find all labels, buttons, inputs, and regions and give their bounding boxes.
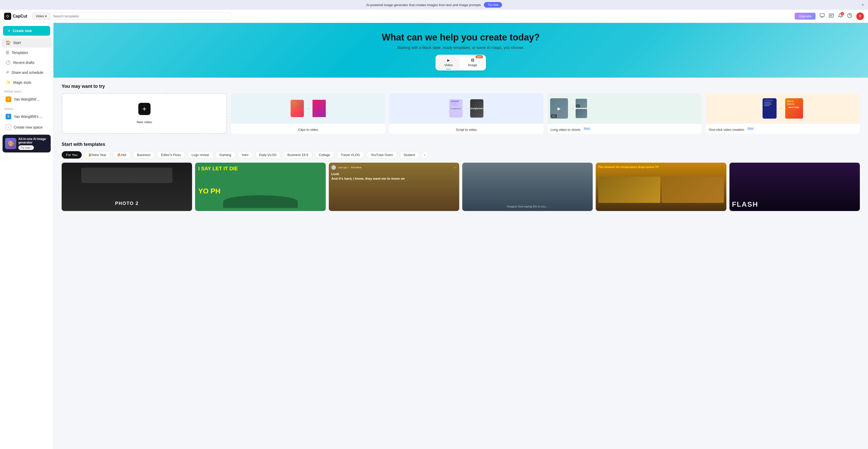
sidebar-create-space-label: Create new space	[14, 125, 42, 129]
create-new-button[interactable]: ＋ Create new	[3, 26, 50, 36]
sidebar-item-start[interactable]: 🏠 Start	[2, 38, 52, 47]
default-space-label: Default space	[0, 87, 53, 94]
oneclick-result-thumb: Back to Success Black Friday	[785, 98, 803, 119]
create-new-label: Create new	[13, 29, 32, 33]
tag-youtube-outro[interactable]: YouTube Outro	[366, 151, 397, 159]
tag-gaming[interactable]: Gaming	[215, 151, 236, 159]
image-tab-icon: 🖼	[471, 58, 474, 62]
main-content: What can we help you create today? Start…	[54, 23, 868, 449]
upgrade-button[interactable]: Upgrade	[795, 13, 815, 20]
template-thumb-1-accent	[81, 168, 173, 183]
templates-section-title: Start with templates	[62, 142, 860, 147]
notification-icon[interactable]: 1	[838, 13, 843, 19]
banner-try-button[interactable]: Try now	[484, 2, 502, 8]
hero-tabs: ▶ Video New 🖼 Image	[436, 55, 486, 70]
plus-icon: ＋	[7, 29, 11, 33]
subtitles-icon[interactable]	[829, 13, 834, 19]
tag-business-169[interactable]: Business 16:9	[283, 151, 312, 159]
tag-new-year[interactable]: 🎉New Year	[84, 151, 111, 159]
header-actions: Upgrade 1 Y	[795, 12, 864, 20]
clips-arrow-icon: →	[306, 106, 310, 111]
tag-intro[interactable]: Intro	[238, 151, 253, 159]
help-icon[interactable]	[847, 13, 852, 19]
template-card-3[interactable]: Last Lap ✓ Rod Wave ··· LookAnd it's har…	[329, 163, 459, 211]
script-preview: Sunglasses → Sunglasses	[389, 93, 543, 124]
template-card-6[interactable]: FLASH	[730, 163, 860, 211]
search-bar: Video ▾	[32, 12, 231, 20]
sidebar-create-space[interactable]: + Create new space	[2, 122, 52, 133]
lv-small-cards: 8s	[576, 99, 587, 118]
clips-thumb-1: New Fashion Style	[290, 100, 304, 117]
template-card-5[interactable]: The moment the temperature drops below 7…	[596, 163, 726, 211]
sidebar-item-recent-label: Recent drafts	[13, 61, 34, 65]
tag-logo-reveal[interactable]: Logo reveal	[187, 151, 213, 159]
try-card-new-video[interactable]: + New video	[62, 93, 227, 134]
try-card-script[interactable]: Sunglasses → Sunglasses Script to video	[389, 93, 543, 134]
tag-editors-picks[interactable]: Editor's Picks	[157, 151, 185, 159]
sidebar-default-space[interactable]: Y Yao Wang858'...	[2, 94, 52, 105]
oneclick-label: One-click video creation	[709, 128, 744, 132]
script-arrow-icon: →	[464, 106, 469, 111]
clock-icon: 🕐	[6, 60, 11, 65]
template-thumb-3: Last Lap ✓ Rod Wave ··· LookAnd it's har…	[329, 163, 459, 211]
try-card-long-video[interactable]: ▶ 92s → 8s Long video to	[548, 93, 702, 134]
script-label-inner: Sunglasses	[451, 107, 461, 110]
hero-tab-image[interactable]: New 🖼 Image	[461, 56, 484, 69]
long-video-beta-badge: Beta	[583, 127, 591, 130]
sidebar-item-share-schedule[interactable]: ↗ Share and schedule	[2, 67, 52, 77]
new-video-plus-icon: +	[138, 103, 151, 115]
svg-rect-1	[7, 15, 8, 17]
template-thumb-2: I SAY LET IT DIE YO PH	[195, 163, 326, 211]
template-card-1[interactable]: PHOTO 2	[62, 163, 192, 211]
tag-student[interactable]: Student	[399, 151, 420, 159]
sidebar-space-item[interactable]: Y Yao Wang858's ...	[2, 111, 52, 122]
template-social-body-text: LookAnd it's hard, I know, they want me …	[331, 172, 457, 181]
svg-rect-2	[820, 14, 825, 17]
tag-scroll-right[interactable]: ›	[421, 151, 428, 159]
oneclick-doc-thumb	[763, 98, 777, 119]
video-tab-label: Video	[444, 63, 453, 67]
new-video-label: New video	[136, 120, 152, 124]
sidebar-item-share-label: Share and schedule	[11, 70, 43, 74]
oneclick-beta-badge: Beta	[747, 127, 755, 130]
search-input[interactable]	[50, 13, 231, 20]
search-type-button[interactable]: Video ▾	[33, 13, 50, 20]
long-video-label-row: Long video to shorts Beta	[548, 124, 702, 134]
banner-close-icon[interactable]: ×	[862, 3, 864, 7]
template-social-avatar	[331, 165, 336, 170]
tag-collage[interactable]: Collage	[314, 151, 334, 159]
try-section-title: You may want to try	[62, 84, 860, 89]
hero-tab-video[interactable]: ▶ Video	[437, 56, 460, 69]
top-banner: AI-powered image generator that creates …	[0, 0, 868, 10]
new-badge: New	[475, 55, 483, 58]
tag-daily-vlog[interactable]: Daily VLOG	[255, 151, 281, 159]
ai-banner-image: 🎨	[5, 138, 16, 149]
template-card-2[interactable]: I SAY LET IT DIE YO PH	[195, 163, 326, 211]
share-icon: ↗	[6, 70, 9, 75]
tag-travel-vlog[interactable]: Travel VLOG	[337, 151, 364, 159]
try-card-clips[interactable]: New Fashion Style → Clips to video	[231, 93, 385, 134]
lv-small-1: 8s	[576, 99, 587, 108]
tag-hot[interactable]: 🔥Hot	[113, 151, 130, 159]
template-social-subname: Rod Wave	[351, 166, 362, 169]
script-card: Sunglasses	[449, 99, 463, 118]
sidebar-item-templates[interactable]: ☰ Templates	[2, 47, 52, 58]
avatar[interactable]: Y	[856, 12, 864, 20]
try-card-oneclick[interactable]: → Back to Success Black Friday One-click…	[706, 93, 860, 134]
tag-business[interactable]: Business	[133, 151, 155, 159]
chevron-down-icon: ▾	[45, 14, 47, 18]
script-result-thumb: Sunglasses	[470, 99, 484, 118]
template-card-4[interactable]: Imagine God saying this to you...	[462, 163, 593, 211]
ai-try-button[interactable]: Try now ›	[18, 145, 34, 150]
template-social-header: Last Lap ✓ Rod Wave ···	[331, 165, 457, 170]
sidebar: ＋ Create new 🏠 Start ☰ Templates 🕐 Recen…	[0, 23, 54, 449]
template-thumb-1-text: PHOTO 2	[115, 201, 139, 206]
script-label: Script to video	[389, 126, 543, 134]
template-thumb-5-images	[598, 171, 723, 209]
sidebar-item-magic-tools[interactable]: ✨ Magic tools	[2, 77, 52, 87]
spaces-label: Spaces	[0, 105, 53, 111]
hero-subtitle: Starting with a blank slate, ready templ…	[64, 45, 858, 50]
tag-for-you[interactable]: For You	[62, 151, 82, 159]
sidebar-item-recent-drafts[interactable]: 🕐 Recent drafts	[2, 58, 52, 67]
monitor-icon[interactable]	[819, 13, 825, 19]
